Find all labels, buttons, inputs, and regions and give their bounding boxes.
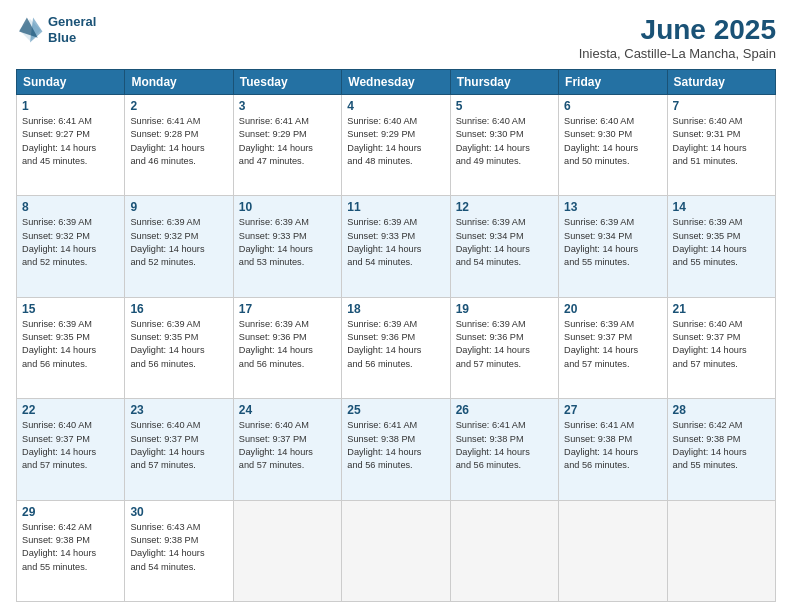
day-number: 23: [130, 403, 227, 417]
calendar-cell: 9Sunrise: 6:39 AMSunset: 9:32 PMDaylight…: [125, 196, 233, 297]
day-number: 9: [130, 200, 227, 214]
logo-text: General Blue: [48, 14, 96, 45]
calendar-cell: 15Sunrise: 6:39 AMSunset: 9:35 PMDayligh…: [17, 297, 125, 398]
day-header-wednesday: Wednesday: [342, 70, 450, 95]
calendar-cell: 7Sunrise: 6:40 AMSunset: 9:31 PMDaylight…: [667, 95, 775, 196]
calendar-cell: 17Sunrise: 6:39 AMSunset: 9:36 PMDayligh…: [233, 297, 341, 398]
day-info: Sunrise: 6:40 AMSunset: 9:29 PMDaylight:…: [347, 115, 444, 168]
calendar-cell: 3Sunrise: 6:41 AMSunset: 9:29 PMDaylight…: [233, 95, 341, 196]
calendar-cell: 22Sunrise: 6:40 AMSunset: 9:37 PMDayligh…: [17, 399, 125, 500]
calendar-cell: 18Sunrise: 6:39 AMSunset: 9:36 PMDayligh…: [342, 297, 450, 398]
calendar-cell: 5Sunrise: 6:40 AMSunset: 9:30 PMDaylight…: [450, 95, 558, 196]
day-number: 26: [456, 403, 553, 417]
calendar-cell: 26Sunrise: 6:41 AMSunset: 9:38 PMDayligh…: [450, 399, 558, 500]
logo-blue: Blue: [48, 30, 76, 45]
calendar-cell: 4Sunrise: 6:40 AMSunset: 9:29 PMDaylight…: [342, 95, 450, 196]
calendar-table: SundayMondayTuesdayWednesdayThursdayFrid…: [16, 69, 776, 602]
calendar-cell: 14Sunrise: 6:39 AMSunset: 9:35 PMDayligh…: [667, 196, 775, 297]
calendar-cell: 23Sunrise: 6:40 AMSunset: 9:37 PMDayligh…: [125, 399, 233, 500]
day-header-thursday: Thursday: [450, 70, 558, 95]
calendar-cell: [233, 500, 341, 601]
day-number: 27: [564, 403, 661, 417]
day-number: 8: [22, 200, 119, 214]
location-subtitle: Iniesta, Castille-La Mancha, Spain: [579, 46, 776, 61]
day-number: 24: [239, 403, 336, 417]
day-info: Sunrise: 6:41 AMSunset: 9:28 PMDaylight:…: [130, 115, 227, 168]
day-number: 22: [22, 403, 119, 417]
day-info: Sunrise: 6:39 AMSunset: 9:35 PMDaylight:…: [130, 318, 227, 371]
day-number: 4: [347, 99, 444, 113]
calendar-cell: 12Sunrise: 6:39 AMSunset: 9:34 PMDayligh…: [450, 196, 558, 297]
day-number: 3: [239, 99, 336, 113]
day-info: Sunrise: 6:39 AMSunset: 9:33 PMDaylight:…: [239, 216, 336, 269]
day-number: 15: [22, 302, 119, 316]
day-info: Sunrise: 6:39 AMSunset: 9:36 PMDaylight:…: [456, 318, 553, 371]
day-number: 30: [130, 505, 227, 519]
day-number: 25: [347, 403, 444, 417]
calendar-cell: 29Sunrise: 6:42 AMSunset: 9:38 PMDayligh…: [17, 500, 125, 601]
day-info: Sunrise: 6:39 AMSunset: 9:32 PMDaylight:…: [130, 216, 227, 269]
day-info: Sunrise: 6:40 AMSunset: 9:37 PMDaylight:…: [239, 419, 336, 472]
day-info: Sunrise: 6:41 AMSunset: 9:38 PMDaylight:…: [456, 419, 553, 472]
day-header-saturday: Saturday: [667, 70, 775, 95]
day-number: 29: [22, 505, 119, 519]
day-header-tuesday: Tuesday: [233, 70, 341, 95]
calendar-cell: 8Sunrise: 6:39 AMSunset: 9:32 PMDaylight…: [17, 196, 125, 297]
calendar-cell: 1Sunrise: 6:41 AMSunset: 9:27 PMDaylight…: [17, 95, 125, 196]
day-info: Sunrise: 6:41 AMSunset: 9:29 PMDaylight:…: [239, 115, 336, 168]
day-info: Sunrise: 6:42 AMSunset: 9:38 PMDaylight:…: [673, 419, 770, 472]
day-number: 21: [673, 302, 770, 316]
day-info: Sunrise: 6:40 AMSunset: 9:31 PMDaylight:…: [673, 115, 770, 168]
day-number: 17: [239, 302, 336, 316]
day-number: 28: [673, 403, 770, 417]
day-number: 10: [239, 200, 336, 214]
calendar-cell: [559, 500, 667, 601]
day-number: 13: [564, 200, 661, 214]
day-info: Sunrise: 6:43 AMSunset: 9:38 PMDaylight:…: [130, 521, 227, 574]
calendar-cell: 21Sunrise: 6:40 AMSunset: 9:37 PMDayligh…: [667, 297, 775, 398]
day-info: Sunrise: 6:40 AMSunset: 9:37 PMDaylight:…: [22, 419, 119, 472]
month-title: June 2025: [579, 14, 776, 46]
logo-general: General: [48, 14, 96, 29]
day-info: Sunrise: 6:39 AMSunset: 9:32 PMDaylight:…: [22, 216, 119, 269]
day-header-friday: Friday: [559, 70, 667, 95]
calendar-cell: 16Sunrise: 6:39 AMSunset: 9:35 PMDayligh…: [125, 297, 233, 398]
day-info: Sunrise: 6:42 AMSunset: 9:38 PMDaylight:…: [22, 521, 119, 574]
calendar-week-1: 1Sunrise: 6:41 AMSunset: 9:27 PMDaylight…: [17, 95, 776, 196]
page: General Blue June 2025 Iniesta, Castille…: [0, 0, 792, 612]
day-number: 14: [673, 200, 770, 214]
calendar-week-2: 8Sunrise: 6:39 AMSunset: 9:32 PMDaylight…: [17, 196, 776, 297]
day-header-sunday: Sunday: [17, 70, 125, 95]
day-info: Sunrise: 6:39 AMSunset: 9:37 PMDaylight:…: [564, 318, 661, 371]
day-info: Sunrise: 6:41 AMSunset: 9:27 PMDaylight:…: [22, 115, 119, 168]
day-info: Sunrise: 6:39 AMSunset: 9:35 PMDaylight:…: [22, 318, 119, 371]
day-info: Sunrise: 6:39 AMSunset: 9:36 PMDaylight:…: [239, 318, 336, 371]
calendar-cell: 13Sunrise: 6:39 AMSunset: 9:34 PMDayligh…: [559, 196, 667, 297]
calendar-cell: 2Sunrise: 6:41 AMSunset: 9:28 PMDaylight…: [125, 95, 233, 196]
day-info: Sunrise: 6:39 AMSunset: 9:35 PMDaylight:…: [673, 216, 770, 269]
calendar-cell: 30Sunrise: 6:43 AMSunset: 9:38 PMDayligh…: [125, 500, 233, 601]
logo: General Blue: [16, 14, 96, 45]
day-header-monday: Monday: [125, 70, 233, 95]
header: General Blue June 2025 Iniesta, Castille…: [16, 14, 776, 61]
calendar-cell: 11Sunrise: 6:39 AMSunset: 9:33 PMDayligh…: [342, 196, 450, 297]
calendar-cell: 20Sunrise: 6:39 AMSunset: 9:37 PMDayligh…: [559, 297, 667, 398]
day-info: Sunrise: 6:41 AMSunset: 9:38 PMDaylight:…: [564, 419, 661, 472]
day-number: 6: [564, 99, 661, 113]
title-block: June 2025 Iniesta, Castille-La Mancha, S…: [579, 14, 776, 61]
logo-icon: [16, 16, 44, 44]
day-number: 16: [130, 302, 227, 316]
calendar-cell: [450, 500, 558, 601]
day-info: Sunrise: 6:40 AMSunset: 9:30 PMDaylight:…: [564, 115, 661, 168]
calendar-cell: 6Sunrise: 6:40 AMSunset: 9:30 PMDaylight…: [559, 95, 667, 196]
calendar-cell: 19Sunrise: 6:39 AMSunset: 9:36 PMDayligh…: [450, 297, 558, 398]
day-info: Sunrise: 6:39 AMSunset: 9:34 PMDaylight:…: [564, 216, 661, 269]
day-number: 20: [564, 302, 661, 316]
day-info: Sunrise: 6:39 AMSunset: 9:36 PMDaylight:…: [347, 318, 444, 371]
day-info: Sunrise: 6:40 AMSunset: 9:30 PMDaylight:…: [456, 115, 553, 168]
calendar-cell: 24Sunrise: 6:40 AMSunset: 9:37 PMDayligh…: [233, 399, 341, 500]
calendar-week-4: 22Sunrise: 6:40 AMSunset: 9:37 PMDayligh…: [17, 399, 776, 500]
day-info: Sunrise: 6:40 AMSunset: 9:37 PMDaylight:…: [130, 419, 227, 472]
day-number: 19: [456, 302, 553, 316]
calendar-week-5: 29Sunrise: 6:42 AMSunset: 9:38 PMDayligh…: [17, 500, 776, 601]
